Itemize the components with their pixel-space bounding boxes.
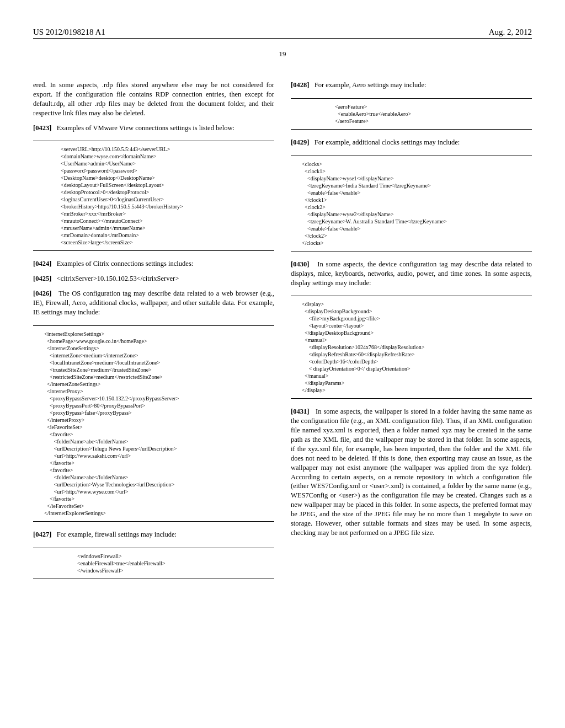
code-content: <display> <displayDesktopBackground> <fi… bbox=[291, 301, 532, 394]
code-clocks: <clocks> <clock1> <displayName>wyse1</di… bbox=[291, 156, 532, 251]
code-display: <display> <displayDesktopBackground> <fi… bbox=[291, 296, 532, 399]
publication-date: Aug. 2, 2012 bbox=[489, 28, 532, 37]
para-num: [0429] bbox=[291, 138, 309, 146]
code-aero: <aeroFeature> <enableAero>true</enableAe… bbox=[291, 98, 532, 130]
code-content: <serverURL>http://10.150.5.5:443</server… bbox=[33, 146, 274, 246]
paragraph-422-cont: ered. In some aspects, .rdp files stored… bbox=[33, 81, 274, 118]
para-num: [0427] bbox=[33, 531, 51, 538]
para-num: [0428] bbox=[291, 81, 309, 89]
para-num: [0424] bbox=[33, 260, 51, 267]
paragraph-431: [0431] In some aspects, the wallpaper is… bbox=[291, 407, 532, 537]
code-vmware: <serverURL>http://10.150.5.5:443</server… bbox=[33, 141, 274, 251]
paragraph-426: [0426] The OS configuration tag may desc… bbox=[33, 289, 274, 317]
code-content: <clocks> <clock1> <displayName>wyse1</di… bbox=[291, 160, 532, 247]
right-column: [0428] For example, Aero settings may in… bbox=[291, 81, 532, 587]
para-num: [0425] bbox=[33, 275, 51, 282]
code-ie: <internetExplorerSettings> <homePage>www… bbox=[33, 325, 274, 522]
para-text: In some aspects, the wallpaper is stored… bbox=[291, 408, 532, 536]
para-text: For example, Aero settings may include: bbox=[315, 81, 427, 89]
para-text: Examples of VMware View connections sett… bbox=[57, 124, 234, 132]
code-content: <aeroFeature> <enableAero>true</enableAe… bbox=[291, 103, 532, 125]
para-text: <citrixServer>10.150.102.53</citrixServe… bbox=[57, 275, 179, 282]
paragraph-424: [0424] Examples of Citrix connections se… bbox=[33, 259, 274, 269]
para-num: [0430] bbox=[291, 260, 309, 268]
page-number: 19 bbox=[33, 50, 532, 58]
para-text: For example, firewall settings may inclu… bbox=[57, 531, 177, 538]
publication-number: US 2012/0198218 A1 bbox=[33, 28, 105, 37]
para-text: For example, additional clocks settings … bbox=[315, 138, 460, 146]
page-header: US 2012/0198218 A1 Aug. 2, 2012 bbox=[33, 28, 532, 39]
left-column: ered. In some aspects, .rdp files stored… bbox=[33, 81, 274, 587]
para-text: Examples of Citrix connections settings … bbox=[57, 260, 194, 267]
para-text: In some aspects, the device configuratio… bbox=[291, 260, 532, 287]
paragraph-427: [0427] For example, firewall settings ma… bbox=[33, 530, 274, 539]
paragraph-429: [0429] For example, additional clocks se… bbox=[291, 138, 532, 147]
para-text: The OS configuration tag may describe da… bbox=[33, 290, 274, 316]
paragraph-423: [0423] Examples of VMware View connectio… bbox=[33, 124, 274, 133]
code-firewall: <windowsFirewall> <enableFirewall>true</… bbox=[33, 548, 274, 579]
paragraph-425: [0425] <citrixServer>10.150.102.53</citr… bbox=[33, 274, 274, 283]
code-content: <internetExplorerSettings> <homePage>www… bbox=[33, 330, 274, 517]
code-content: <windowsFirewall> <enableFirewall>true</… bbox=[33, 553, 274, 574]
two-column-layout: ered. In some aspects, .rdp files stored… bbox=[33, 81, 532, 587]
para-num: [0431] bbox=[291, 408, 309, 415]
para-num: [0426] bbox=[33, 290, 51, 297]
para-num: [0423] bbox=[33, 124, 51, 132]
paragraph-428: [0428] For example, Aero settings may in… bbox=[291, 81, 532, 90]
paragraph-430: [0430] In some aspects, the device confi… bbox=[291, 260, 532, 288]
